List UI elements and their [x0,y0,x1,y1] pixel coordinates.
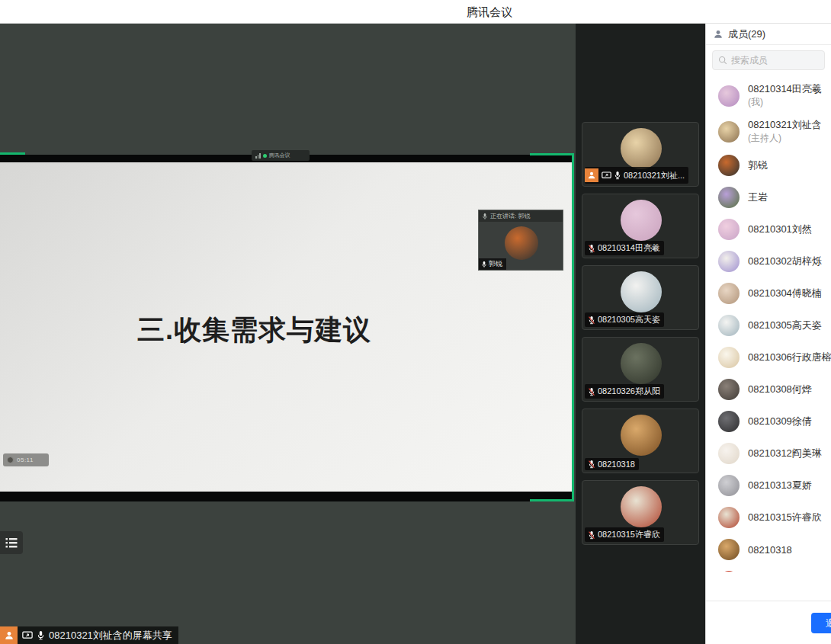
mic-icon [481,261,487,268]
share-border-bottom-right [530,499,574,501]
screen-share-icon [22,631,33,640]
avatar [718,251,740,272]
member-row[interactable]: 08210301刘然 [706,213,831,245]
window-titlebar[interactable]: 腾讯会议 [0,0,831,24]
avatar [718,187,740,208]
avatar [718,155,740,176]
avatar [718,347,740,368]
member-row[interactable]: 08210306行政唐榕 [706,341,831,373]
member-name: 王岩 [748,191,768,204]
mic-icon [614,171,621,180]
member-row[interactable]: 08210308何烨 [706,373,831,405]
speaking-status: 正在讲话: 郭锐 [490,212,530,220]
member-row[interactable]: 08210320张鑫 [706,566,831,572]
member-name: 08210314田亮羲 [748,82,822,96]
video-thumbnail-column: 08210321刘祉... 08210314田亮羲 08210305高天姿 [576,24,705,644]
screen-share-status-bar: 08210321刘祉含的屏幕共享 [0,626,178,644]
members-panel-header: 成员(29) [706,24,831,45]
tile-name: 08210326郑从阳 [598,386,660,397]
shared-screen-bottom-band [0,492,574,501]
member-role: (主持人) [748,132,822,145]
member-name: 08210302胡梓烁 [748,255,822,268]
share-border-top-right [530,153,574,155]
member-role: (我) [748,96,822,109]
member-row[interactable]: 08210313夏娇 [706,469,831,501]
video-tile[interactable]: 08210315许睿欣 [582,480,699,545]
agenda-list-button[interactable] [0,531,23,554]
person-icon [587,171,596,180]
members-icon [713,29,724,40]
avatar [621,486,662,527]
member-row[interactable]: 08210315许睿欣 [706,501,831,533]
mic-muted-icon [588,316,595,325]
video-tile[interactable]: 08210321刘祉... [582,122,699,187]
member-search-input[interactable] [731,55,815,66]
video-tile[interactable]: 08210326郑从阳 [582,337,699,402]
tile-name: 08210321刘祉... [624,170,685,181]
tile-name: 08210314田亮羲 [598,242,660,254]
member-row[interactable]: 郭锐 [706,149,831,181]
member-search-box[interactable] [712,50,825,70]
member-row[interactable]: 王岩 [706,181,831,213]
member-name: 08210313夏娇 [748,479,812,492]
share-border-right [572,153,574,501]
member-row[interactable]: 08210302胡梓烁 [706,245,831,277]
avatar [718,219,740,240]
share-status-text: 08210321刘祉含的屏幕共享 [49,629,172,642]
mic-icon [482,213,488,220]
presenter-badge [0,626,18,644]
mic-muted-icon [588,387,595,396]
member-list[interactable]: 08210314田亮羲 (我) 08210321刘祉含 (主持人) 郭锐 王岩 … [706,78,831,572]
clock-icon [7,457,14,463]
mic-muted-icon [588,460,595,469]
active-speaker-popup[interactable]: 正在讲话: 郭锐 郭锐 [478,210,563,271]
member-name: 郭锐 [748,159,768,172]
video-tile[interactable]: 08210314田亮羲 [582,194,699,258]
video-tile[interactable]: 08210305高天姿 [582,265,699,330]
tile-name: 08210305高天姿 [598,314,660,325]
member-row[interactable]: 08210304傅晓楠 [706,277,831,309]
avatar [621,343,662,384]
video-tile-list: 08210321刘祉... 08210314田亮羲 08210305高天姿 [582,122,699,545]
share-border-top-left [0,152,25,155]
avatar [718,121,740,143]
tile-name: 08210315许睿欣 [598,529,660,540]
member-row[interactable]: 08210309徐倩 [706,405,831,437]
window-title: 腾讯会议 [467,5,512,20]
presenter-badge [585,168,598,182]
slide-title: 三.收集需求与建议 [137,312,371,349]
member-name: 08210318 [748,544,792,556]
member-name: 08210301刘然 [748,223,812,236]
member-name: 08210312阎美琳 [748,447,822,460]
presentation-timer-pill[interactable]: 05:11 [3,453,49,466]
meeting-window: 腾讯会议 三.收集需求与建议 腾讯会议 05:11 正在讲话: 郭锐 [0,0,831,644]
mic-icon [37,630,45,640]
member-name: 08210321刘祉含 [748,118,822,132]
member-row[interactable]: 08210305高天姿 [706,309,831,341]
avatar [718,85,740,107]
avatar [718,539,740,560]
member-row[interactable]: 08210314田亮羲 (我) [706,78,831,114]
list-icon [5,537,18,549]
members-panel-footer: 邀请 [706,601,831,644]
member-name: 08210304傅晓楠 [748,287,822,300]
screen-share-stage: 三.收集需求与建议 腾讯会议 05:11 正在讲话: 郭锐 郭锐 [0,24,576,644]
video-tile[interactable]: 08210318 [582,409,699,473]
shared-app-titlebar: 腾讯会议 [252,150,310,161]
avatar [505,226,538,260]
screen-share-icon [602,171,611,180]
speaker-name: 郭锐 [489,259,502,269]
member-row[interactable]: 08210318 [706,533,831,566]
member-name: 08210308何烨 [748,383,812,396]
invite-button[interactable]: 邀请 [811,613,831,633]
avatar [718,379,740,400]
member-row[interactable]: 08210312阎美琳 [706,437,831,469]
tile-name: 08210318 [598,460,635,469]
avatar [718,475,740,496]
avatar [621,200,662,241]
avatar [718,443,740,464]
member-row[interactable]: 08210321刘祉含 (主持人) [706,114,831,149]
mic-muted-icon [588,244,595,253]
person-icon [4,630,14,641]
avatar [718,411,740,432]
